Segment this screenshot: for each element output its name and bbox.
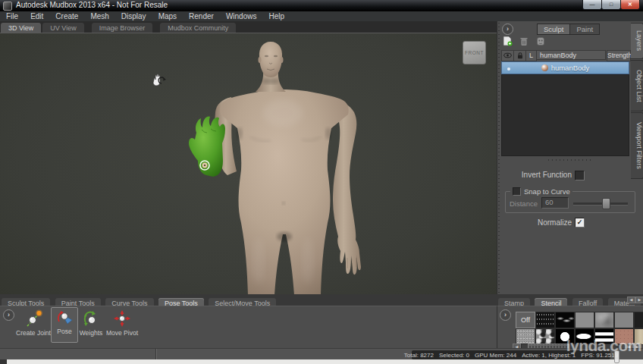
bottom-left-notch <box>0 359 7 364</box>
layer-lock-header[interactable] <box>513 50 526 61</box>
snap-to-curve-label: Snap to Curve <box>524 187 570 196</box>
status-gpu-mem: GPU Mem: 244 <box>475 352 516 359</box>
menu-mesh[interactable]: Mesh <box>84 11 114 21</box>
menu-windows[interactable]: Windows <box>220 11 263 21</box>
normalize-label: Normalize <box>520 218 572 227</box>
stencil-thumb-plain-2[interactable] <box>614 312 634 328</box>
tray-tabs-scroll-right[interactable]: ▶ <box>635 297 643 303</box>
create-joint-icon <box>24 309 42 329</box>
bottom-edge-strip <box>0 359 643 364</box>
tab-mudbox-community[interactable]: Mudbox Community <box>160 23 236 33</box>
section-resize-grip[interactable] <box>547 158 592 162</box>
tray-tabs-scroll-left[interactable]: ◀ <box>627 297 635 303</box>
maximize-button[interactable]: □ <box>601 0 621 10</box>
invert-function-label: Invert Function <box>505 171 572 179</box>
view-tab-bar: 3D View UV View Image Browser Mudbox Com… <box>0 21 497 33</box>
window-title: Autodesk Mudbox 2013 x64 - Not For Resal… <box>16 1 168 9</box>
tool-weights[interactable]: Weights <box>78 309 104 337</box>
minimize-button[interactable]: — <box>582 0 602 10</box>
delete-layer-icon[interactable] <box>519 36 529 46</box>
side-tab-object-list[interactable]: Object List <box>631 60 643 111</box>
stencil-thumb-speckle[interactable] <box>535 312 555 328</box>
tool-label: Weights <box>80 329 103 337</box>
move-pivot-icon <box>113 309 131 329</box>
view-cube[interactable]: FRONT <box>463 41 486 64</box>
eye-icon <box>503 52 512 58</box>
layer-letter-header[interactable]: L <box>525 50 537 61</box>
panel-expand-button[interactable]: › <box>502 24 513 35</box>
menu-render[interactable]: Render <box>183 11 220 21</box>
side-tab-layers[interactable]: Layers <box>631 23 643 59</box>
layer-sphere-icon <box>541 64 548 71</box>
pose-icon <box>55 308 74 328</box>
mudbox-window: Autodesk Mudbox 2013 x64 - Not For Resal… <box>0 0 643 364</box>
menu-file[interactable]: File <box>0 11 24 21</box>
lock-icon <box>517 52 523 59</box>
tool-tab-bar: Sculpt Tools Paint Tools Curve Tools Pos… <box>0 294 643 306</box>
layer-bullet <box>507 67 510 71</box>
layer-list-area[interactable] <box>501 74 629 156</box>
menu-help[interactable]: Help <box>262 11 290 21</box>
tool-pose[interactable]: Pose <box>51 307 78 343</box>
tool-label: Create Joint <box>16 329 51 337</box>
menu-edit[interactable]: Edit <box>24 11 49 21</box>
stencil-thumb-cloud[interactable] <box>594 312 614 328</box>
stencil-thumb-fine-noise[interactable] <box>634 312 643 328</box>
snap-legend: Snap to Curve <box>510 187 572 196</box>
menu-create[interactable]: Create <box>49 11 84 21</box>
human-model[interactable] <box>0 33 497 295</box>
properties-panel: › Sculpt Paint L <box>497 21 643 294</box>
menu-bar: File Edit Create Mesh Display Maps Rende… <box>0 11 643 22</box>
invert-function-checkbox[interactable] <box>575 171 585 180</box>
close-button[interactable]: ✕ <box>620 0 640 10</box>
stencil-thumb-gray-noise[interactable] <box>516 328 535 345</box>
snap-to-curve-checkbox[interactable] <box>513 187 521 196</box>
panel-resize-grip[interactable] <box>497 21 500 294</box>
new-layer-icon[interactable] <box>502 36 513 46</box>
tool-move-pivot[interactable]: Move Pivot <box>105 309 139 337</box>
tray-expand-button[interactable]: › <box>3 309 14 321</box>
pose-tools-tray: › Create Joint Pose Weigh <box>0 306 497 349</box>
status-divider <box>155 349 157 360</box>
weights-icon <box>82 309 100 329</box>
tab-uv-view[interactable]: UV View <box>42 23 83 33</box>
status-bar: Total: 8272 Selected: 0 GPU Mem: 244 Act… <box>0 348 643 360</box>
side-tab-viewport-filters[interactable]: Viewport Filters <box>631 112 643 179</box>
distance-value-field[interactable]: 60 <box>541 197 569 209</box>
stencil-thumb-blur-blobs[interactable] <box>555 312 575 328</box>
menu-display[interactable]: Display <box>115 11 152 21</box>
layer-name-field[interactable]: humanBody <box>536 50 606 60</box>
stencil-expand-button[interactable]: › <box>500 309 511 321</box>
layer-row-humanbody[interactable]: humanBody <box>501 61 629 74</box>
tab-sculpt[interactable]: Sculpt <box>537 24 570 35</box>
hand-cursor <box>150 73 168 89</box>
layer-strength-header[interactable]: Strength <box>607 50 631 61</box>
watermark: lynda.com <box>566 337 641 355</box>
viewport-3d[interactable]: FRONT <box>0 33 497 295</box>
layer-name: humanBody <box>551 64 590 72</box>
mask-icon[interactable] <box>536 36 545 46</box>
normalize-checkbox[interactable]: ✓ <box>575 218 585 228</box>
stencil-thumb-plain[interactable] <box>575 312 594 328</box>
app-icon <box>3 2 12 11</box>
tab-image-browser[interactable]: Image Browser <box>92 23 153 33</box>
tool-create-joint[interactable]: Create Joint <box>15 309 52 337</box>
distance-slider-track[interactable] <box>573 202 628 206</box>
layer-visibility-header[interactable] <box>501 50 514 61</box>
tool-label: Move Pivot <box>106 329 138 337</box>
menu-maps[interactable]: Maps <box>152 11 183 21</box>
distance-slider-handle[interactable] <box>602 198 610 209</box>
tool-label: Pose <box>57 328 71 335</box>
distance-label: Distance <box>510 199 538 208</box>
stencil-off-button[interactable]: Off <box>516 312 535 328</box>
mode-tab-group: Sculpt Paint <box>537 24 600 35</box>
tab-paint[interactable]: Paint <box>570 24 600 35</box>
status-total: Total: 8272 <box>404 352 434 359</box>
title-bar: Autodesk Mudbox 2013 x64 - Not For Resal… <box>0 0 643 11</box>
tab-3d-view[interactable]: 3D View <box>1 23 41 33</box>
status-selected: Selected: 0 <box>439 352 469 359</box>
stencil-thumb-splotch[interactable] <box>535 328 555 345</box>
